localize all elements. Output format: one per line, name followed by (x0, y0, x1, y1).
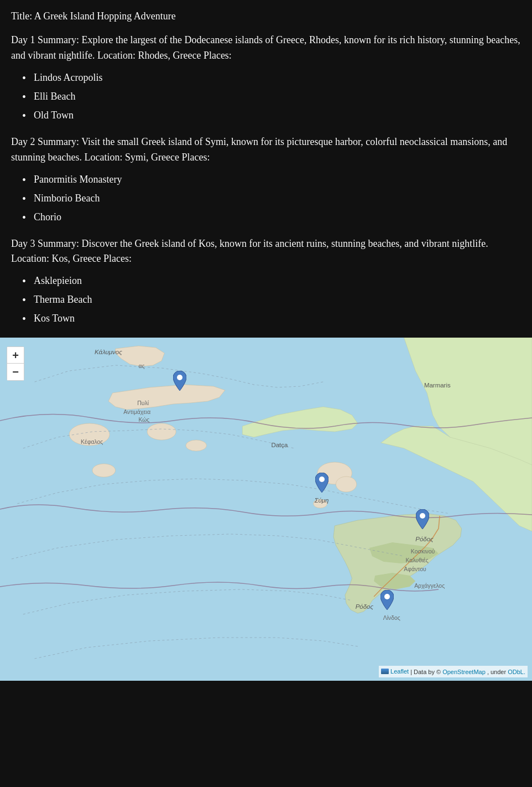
svg-text:Κώς: Κώς (138, 417, 149, 423)
lindos-pin[interactable] (380, 590, 394, 614)
list-item: Panormitis Monastery (22, 172, 521, 188)
svg-text:Ρόδος: Ρόδος (415, 536, 434, 543)
svg-point-25 (319, 477, 325, 482)
svg-text:Καλυθιές: Καλυθιές (405, 558, 428, 564)
svg-point-6 (336, 477, 357, 492)
kos-pin[interactable] (173, 371, 186, 395)
svg-point-2 (147, 423, 176, 440)
day1-places-list: Lindos Acropolis Elli Beach Old Town (22, 70, 521, 123)
svg-text:Λίνδος: Λίνδος (383, 615, 400, 622)
list-item: Asklepieion (22, 273, 521, 289)
map-background: Κάλυμνος ας Πυλί Αντιμάχεια Κώς Κέφαλος … (0, 338, 532, 681)
day1-summary: Day 1 Summary: Explore the largest of th… (11, 33, 521, 64)
zoom-in-button[interactable]: + (7, 347, 24, 364)
day3-places-list: Asklepieion Therma Beach Kos Town (22, 273, 521, 327)
svg-text:ας: ας (138, 364, 144, 370)
svg-text:Κέφαλος: Κέφαλος (81, 439, 103, 446)
zoom-controls: + − (7, 346, 24, 381)
page-title: Title: A Greek Island Hopping Adventure (11, 9, 521, 24)
day3-summary: Day 3 Summary: Discover the Greek island… (11, 236, 521, 267)
svg-point-27 (384, 594, 390, 599)
content-area: Title: A Greek Island Hopping Adventure … (0, 0, 532, 327)
rhodes-north-pin[interactable] (416, 509, 429, 534)
svg-text:Ρόδος: Ρόδος (356, 604, 374, 610)
list-item: Old Town (22, 108, 521, 123)
svg-point-26 (420, 513, 425, 519)
zoom-out-button[interactable]: − (7, 364, 24, 380)
map-container: Κάλυμνος ας Πυλί Αντιμάχεια Κώς Κέφαλος … (0, 338, 532, 681)
svg-text:Marmaris: Marmaris (424, 382, 451, 389)
list-item: Therma Beach (22, 292, 521, 308)
svg-text:Αντιμάχεια: Αντιμάχεια (123, 410, 150, 416)
list-item: Lindos Acropolis (22, 70, 521, 86)
osm-link[interactable]: OpenStreetMap (442, 669, 486, 675)
svg-text:Αρχάγγελος: Αρχάγγελος (414, 583, 445, 589)
symi-pin[interactable] (315, 473, 328, 497)
list-item: Kos Town (22, 311, 521, 327)
svg-text:Datça: Datça (271, 442, 288, 449)
day2-places-list: Panormitis Monastery Nimborio Beach Chor… (22, 172, 521, 225)
svg-text:Κοσκινού: Κοσκινού (411, 549, 435, 555)
odbl-link[interactable]: ODbL. (508, 669, 525, 675)
day2-summary: Day 2 Summary: Visit the small Greek isl… (11, 134, 521, 165)
svg-text:Πυλί: Πυλί (137, 401, 149, 407)
svg-point-4 (186, 440, 207, 451)
svg-text:Κάλυμνος: Κάλυμνος (95, 349, 122, 356)
list-item: Nimborio Beach (22, 191, 521, 206)
list-item: Elli Beach (22, 89, 521, 105)
list-item: Chorio (22, 210, 521, 225)
map-attribution: Leaflet | Data by © OpenStreetMap , unde… (379, 666, 528, 678)
svg-point-24 (177, 375, 182, 380)
svg-text:Αφάντου: Αφάντου (404, 567, 426, 573)
svg-text:Σύμη: Σύμη (314, 498, 329, 504)
svg-point-3 (92, 464, 116, 477)
leaflet-link[interactable]: Leaflet (390, 667, 409, 676)
